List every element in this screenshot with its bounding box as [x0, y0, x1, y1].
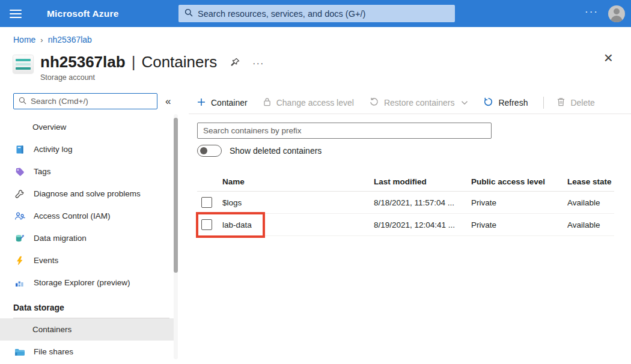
- azure-top-bar: Microsoft Azure ···: [0, 0, 631, 27]
- containers-panel: Container Change access level Restore co…: [179, 87, 631, 361]
- sidebar-item-events[interactable]: Events: [0, 249, 175, 271]
- resource-type-label: Storage account: [40, 73, 264, 82]
- change-access-level-button[interactable]: Change access level: [263, 97, 354, 108]
- refresh-icon: [484, 97, 493, 108]
- overview-icon: [14, 122, 24, 133]
- page-header: nh25367lab | Containers ··· Storage acco…: [0, 44, 631, 82]
- storage-explorer-icon: [14, 278, 25, 288]
- user-avatar[interactable]: [608, 5, 625, 22]
- global-search-input[interactable]: [198, 9, 449, 19]
- brand-title: Microsoft Azure: [47, 8, 119, 19]
- show-deleted-label: Show deleted containers: [230, 146, 322, 156]
- sidebar-scrollbar: [174, 114, 178, 359]
- row-checkbox[interactable]: [201, 219, 212, 230]
- last-modified-value: 8/18/2021, 11:57:04 ...: [374, 198, 471, 207]
- command-bar: Container Change access level Restore co…: [197, 92, 631, 114]
- container-prefix-search-input[interactable]: [197, 123, 492, 139]
- close-icon[interactable]: ×: [604, 50, 613, 65]
- sidebar-item-file-shares[interactable]: File shares: [0, 341, 175, 363]
- breadcrumb-separator: ›: [40, 35, 43, 44]
- column-header-name[interactable]: Name: [222, 177, 374, 186]
- page-title: nh25367lab: [40, 53, 126, 71]
- global-search-box[interactable]: [178, 5, 455, 22]
- sidebar-search-input[interactable]: [31, 97, 152, 106]
- topbar-more-button[interactable]: ···: [585, 7, 599, 20]
- wrench-icon: [14, 189, 25, 199]
- sidebar-item-storage-explorer[interactable]: Storage Explorer (preview): [0, 271, 175, 294]
- restore-icon: [370, 97, 379, 108]
- toolbar-divider: [543, 97, 544, 109]
- column-header-last-modified[interactable]: Last modified: [374, 177, 471, 186]
- lightning-icon: [14, 255, 25, 266]
- search-icon: [184, 8, 193, 19]
- show-deleted-toggle-row: Show deleted containers: [197, 145, 631, 157]
- sidebar-item-access-control[interactable]: Access Control (IAM): [0, 205, 175, 227]
- column-header-public-access[interactable]: Public access level: [471, 177, 567, 186]
- restore-containers-button[interactable]: Restore containers: [370, 97, 469, 108]
- activity-log-icon: [14, 144, 25, 155]
- add-container-button[interactable]: Container: [197, 98, 248, 108]
- column-header-lease-state[interactable]: Lease state: [567, 177, 614, 186]
- sidebar-item-diagnose[interactable]: Diagnose and solve problems: [0, 183, 175, 205]
- tags-icon: [14, 166, 25, 177]
- collapse-sidebar-icon[interactable]: «: [165, 96, 171, 108]
- header-more-button[interactable]: ···: [252, 58, 264, 68]
- plus-icon: [197, 98, 206, 108]
- breadcrumb-home-link[interactable]: Home: [13, 35, 35, 44]
- topbar-right-group: ···: [585, 5, 631, 22]
- sidebar-item-overview[interactable]: Overview: [0, 116, 175, 138]
- sidebar-item-data-migration[interactable]: Data migration: [0, 227, 175, 249]
- chevron-down-icon: [461, 100, 468, 105]
- hamburger-menu-button[interactable]: [0, 0, 31, 27]
- page-title-section: Containers: [141, 53, 217, 71]
- row-checkbox[interactable]: [201, 197, 212, 208]
- show-deleted-toggle[interactable]: [197, 145, 222, 157]
- breadcrumb: Home › nh25367lab: [0, 27, 631, 44]
- resource-sidebar: « Overview Activity log Tags: [0, 87, 179, 361]
- container-name[interactable]: lab-data: [222, 220, 374, 229]
- people-icon: [14, 211, 25, 222]
- container-name[interactable]: $logs: [222, 198, 374, 207]
- public-access-value: Private: [471, 220, 567, 229]
- table-row[interactable]: lab-data 8/19/2021, 12:04:41 ... Private…: [197, 214, 614, 236]
- folder-icon: [14, 347, 25, 357]
- sidebar-section-data-storage: Data storage: [0, 294, 179, 318]
- sidebar-menu: Overview Activity log Tags: [0, 116, 179, 363]
- lease-state-value: Available: [567, 198, 614, 207]
- pin-icon[interactable]: [230, 57, 240, 70]
- storage-account-icon: [13, 55, 33, 73]
- lease-state-value: Available: [567, 220, 614, 229]
- last-modified-value: 8/19/2021, 12:04:41 ...: [374, 220, 471, 229]
- avatar-person-icon: [614, 8, 620, 14]
- sidebar-search-box[interactable]: [13, 93, 157, 109]
- sidebar-item-containers[interactable]: Containers: [0, 318, 175, 341]
- title-separator: |: [132, 53, 136, 71]
- public-access-value: Private: [471, 198, 567, 207]
- containers-icon: [14, 324, 24, 335]
- sidebar-scrollbar-thumb[interactable]: [174, 118, 178, 273]
- sidebar-item-tags[interactable]: Tags: [0, 160, 175, 183]
- database-arrow-icon: [14, 233, 25, 244]
- breadcrumb-resource-link[interactable]: nh25367lab: [48, 35, 92, 44]
- hamburger-icon: [10, 10, 22, 18]
- command-bar-divider: [189, 114, 631, 114]
- table-row[interactable]: $logs 8/18/2021, 11:57:04 ... Private Av…: [197, 192, 614, 214]
- refresh-button[interactable]: Refresh: [484, 97, 528, 108]
- content-area: « Overview Activity log Tags: [0, 87, 631, 361]
- sidebar-item-activity-log[interactable]: Activity log: [0, 138, 175, 160]
- containers-table: Name Last modified Public access level L…: [197, 172, 614, 236]
- trash-icon: [557, 97, 565, 108]
- search-icon: [19, 96, 26, 107]
- lock-icon: [263, 97, 271, 108]
- table-header-row: Name Last modified Public access level L…: [197, 172, 614, 192]
- delete-button[interactable]: Delete: [557, 97, 594, 108]
